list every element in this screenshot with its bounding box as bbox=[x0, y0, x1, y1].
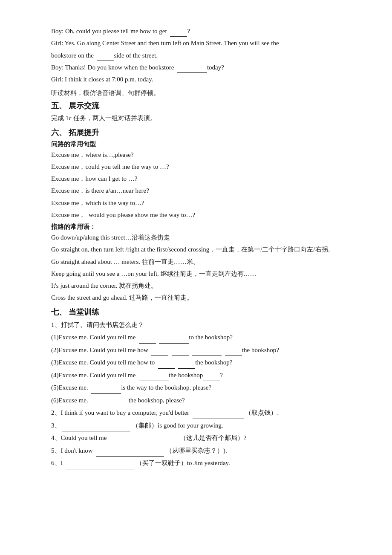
girl-line2a-text: Girl: Yes. Go along Center Street and th… bbox=[51, 40, 279, 46]
q3-hint: （集邮）is good for your growing. bbox=[132, 422, 223, 429]
blank-ex2-4 bbox=[225, 349, 242, 356]
section5-num: 五、 bbox=[51, 101, 66, 110]
girl-line2b-end: side of the street. bbox=[114, 52, 157, 59]
q5-hint: （从哪里买杂志？）). bbox=[166, 447, 227, 454]
dialogue-line-2a: Girl: Yes. Go along Center Street and th… bbox=[51, 38, 358, 49]
phrase-5: Excuse me，which is the way to…? bbox=[51, 197, 358, 208]
ex1-num: (1) bbox=[51, 334, 59, 341]
dialogue-line-1: Boy: Oh, could you please tell me how to… bbox=[51, 26, 358, 37]
direction-6: Cross the street and go ahead. 过马路，一直往前走… bbox=[51, 292, 358, 303]
blank-ex4-2 bbox=[203, 374, 220, 381]
exercise-1: (1)Excuse me. Could you tell me to the b… bbox=[51, 331, 358, 344]
blank-q3 bbox=[62, 425, 130, 431]
section7-num: 七、 bbox=[51, 308, 66, 316]
girl-line4-text: Girl: I think it closes at 7:00 p.m. tod… bbox=[51, 76, 153, 83]
boy-line3-text: Boy: Thanks! Do you know when the bookst… bbox=[51, 64, 174, 71]
section5-text: 展示交流 bbox=[69, 101, 99, 110]
blank-2 bbox=[97, 54, 114, 61]
phrase-3: Excuse me，how can I get to …? bbox=[51, 173, 358, 184]
q4-hint: （这儿是否有个邮局）? bbox=[180, 434, 247, 441]
direction-4: Keep going until you see a …on your left… bbox=[51, 268, 358, 279]
q6-hint: （买了一双鞋子）to Jim yesterday. bbox=[136, 460, 230, 466]
blank-ex2-1 bbox=[151, 349, 168, 356]
section5-title: 五、 展示交流 bbox=[51, 101, 358, 111]
ex5-num: (5) bbox=[51, 384, 59, 391]
section7-title: 七、 当堂训练 bbox=[51, 307, 358, 317]
boy-line3-end: today? bbox=[207, 64, 224, 71]
ex4-num: (4) bbox=[51, 372, 59, 379]
section5-desc: 完成 1c 任务，两人一组对话并表演。 bbox=[51, 113, 358, 124]
blank-q2 bbox=[193, 412, 244, 419]
dialogue-line-3: Boy: Thanks! Do you know when the bookst… bbox=[51, 62, 358, 73]
q4-text: 4、Could you tell me bbox=[51, 434, 107, 441]
exercise-4: (4)Excuse me. Could you tell me the book… bbox=[51, 369, 358, 382]
directions-label: 指路的常用语： bbox=[51, 223, 358, 231]
dialogue-line-2b: bookstore on the side of the street. bbox=[51, 50, 358, 61]
phrase-1: Excuse me，where is…,please? bbox=[51, 149, 358, 160]
section6-num: 六、 bbox=[51, 128, 66, 137]
section-7: 七、 当堂训练 1、打扰了。请问去书店怎么走？ (1)Excuse me. Co… bbox=[51, 307, 358, 469]
dialogue-line-4: Girl: I think it closes at 7:00 p.m. tod… bbox=[51, 74, 358, 85]
q2-line: 2、I think if you want to buy a computer,… bbox=[51, 407, 358, 419]
section6-title: 六、 拓展提升 bbox=[51, 127, 358, 138]
boy-line1-text: Boy: Oh, could you please tell me how to… bbox=[51, 28, 167, 35]
blank-1 bbox=[170, 30, 187, 37]
ex2-num: (2) bbox=[51, 347, 59, 353]
exercise-5: (5)Excuse me. is the way to the bookshop… bbox=[51, 382, 358, 394]
section6-sub-title: 问路的常用句型 bbox=[51, 140, 358, 148]
direction-3: Go straight ahead about … meters. 往前一直走…… bbox=[51, 256, 358, 267]
q5-line: 5、I don't know （从哪里买杂志？）). bbox=[51, 445, 358, 457]
phrase-6: Excuse me， would you please show me the … bbox=[51, 209, 358, 220]
exercise-6: (6)Excuse me. the bookshop, please? bbox=[51, 394, 358, 407]
blank-ex1-2 bbox=[159, 337, 189, 344]
q6-text: 6、I bbox=[51, 460, 63, 466]
blank-ex2-3 bbox=[192, 349, 222, 356]
q5-text: 5、I don't know bbox=[51, 447, 93, 454]
blank-q4 bbox=[110, 437, 178, 444]
blank-3 bbox=[177, 66, 207, 73]
q6-line: 6、I （买了一双鞋子）to Jim yesterday. bbox=[51, 457, 358, 469]
blank-ex3-1 bbox=[158, 362, 175, 369]
section-5: 听读材料，模仿语音语调、句群停顿。 五、 展示交流 完成 1c 任务，两人一组对… bbox=[51, 89, 358, 124]
q2-hint: （取点钱）. bbox=[245, 409, 279, 416]
section7-text: 当堂训练 bbox=[69, 308, 99, 316]
q2-text: 2、I think if you want to buy a computer,… bbox=[51, 409, 189, 416]
q4-line: 4、Could you tell me （这儿是否有个邮局）? bbox=[51, 432, 358, 444]
section5-pre-label: 听读材料，模仿语音语调、句群停顿。 bbox=[51, 89, 358, 97]
q3-line: 3、 （集邮）is good for your growing. bbox=[51, 419, 358, 432]
blank-ex4-1 bbox=[139, 374, 169, 381]
blank-ex6-1 bbox=[91, 399, 108, 406]
q3-num: 3、 bbox=[51, 422, 61, 429]
blank-ex2-2 bbox=[172, 349, 189, 356]
phrase-2: Excuse me，could you tell me the way to …… bbox=[51, 161, 358, 172]
blank-q5 bbox=[96, 450, 164, 457]
ex6-num: (6) bbox=[51, 397, 59, 404]
direction-1: Go down/up/along this street…沿着这条街走 bbox=[51, 232, 358, 243]
blank-q6 bbox=[66, 462, 134, 469]
q1-label: 1、打扰了。请问去书店怎么走？ bbox=[51, 319, 358, 331]
direction-5: It's just around the corner. 就在拐角处。 bbox=[51, 280, 358, 291]
exercise-2: (2)Excuse me. Could you tell me how the … bbox=[51, 344, 358, 356]
section6-text: 拓展提升 bbox=[69, 128, 99, 137]
blank-ex5-1 bbox=[91, 387, 121, 394]
phrase-4: Excuse me，is there a/an…near here? bbox=[51, 185, 358, 196]
exercise-3: (3)Excuse me. Could you tell me how to t… bbox=[51, 356, 358, 369]
girl-line2b-text: bookstore on the bbox=[51, 52, 94, 59]
blank-ex6-2 bbox=[112, 399, 129, 406]
ex3-num: (3) bbox=[51, 359, 59, 366]
direction-2: Go straight on, then turn left /right at… bbox=[51, 244, 358, 255]
boy-line1-end: ? bbox=[187, 28, 190, 35]
section-6: 六、 拓展提升 问路的常用句型 Excuse me，where is…,plea… bbox=[51, 127, 358, 304]
blank-ex3-2 bbox=[178, 362, 195, 369]
dialogue-section: Boy: Oh, could you please tell me how to… bbox=[51, 26, 358, 85]
blank-ex1-1 bbox=[139, 337, 156, 344]
